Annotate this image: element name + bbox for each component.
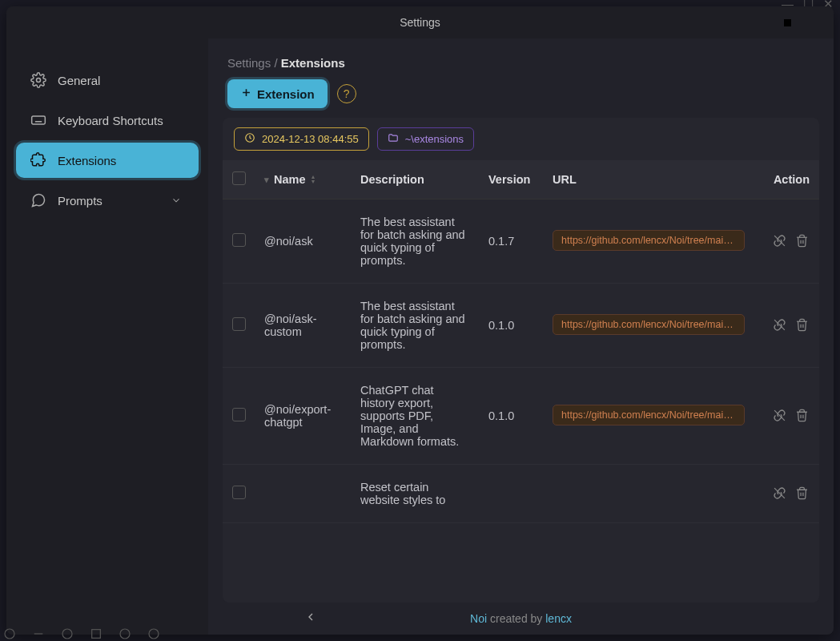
gear-icon bbox=[30, 72, 46, 88]
sort-icon[interactable]: ▲▼ bbox=[311, 175, 316, 184]
sidebar-item-extensions[interactable]: Extensions bbox=[16, 143, 199, 178]
trash-icon[interactable] bbox=[795, 234, 810, 248]
cell-version: 0.1.7 bbox=[479, 200, 543, 284]
sidebar: General Keyboard Shortcuts Extensions Pr… bbox=[6, 38, 208, 635]
sidebar-item-prompts[interactable]: Prompts bbox=[16, 183, 199, 218]
cell-name bbox=[255, 465, 351, 523]
svg-point-19 bbox=[62, 629, 72, 639]
sidebar-item-label: General bbox=[58, 74, 100, 87]
breadcrumb-root[interactable]: Settings bbox=[227, 56, 271, 70]
path-value: ~\extensions bbox=[405, 133, 464, 145]
url-link[interactable]: https://github.com/lencx/Noi/tree/main..… bbox=[553, 405, 745, 425]
maximize-button[interactable] bbox=[776, 11, 798, 34]
bg-status-icon[interactable] bbox=[61, 627, 74, 641]
footer-brand[interactable]: Noi bbox=[470, 612, 487, 625]
bg-status-icon[interactable] bbox=[32, 627, 45, 641]
folder-icon bbox=[388, 132, 399, 146]
svg-point-18 bbox=[5, 629, 14, 639]
table-row: @noi/ask-custom The best assistant for b… bbox=[223, 284, 819, 368]
svg-rect-1 bbox=[784, 19, 791, 26]
row-checkbox[interactable] bbox=[232, 486, 246, 499]
minimize-button[interactable] bbox=[747, 11, 770, 34]
table-row: @noi/export-chatgpt ChatGPT chat history… bbox=[223, 368, 819, 465]
sidebar-item-keyboard[interactable]: Keyboard Shortcuts bbox=[16, 103, 199, 138]
svg-rect-5 bbox=[32, 116, 46, 124]
plus-icon bbox=[240, 87, 252, 101]
svg-point-4 bbox=[37, 79, 41, 83]
help-button[interactable]: ? bbox=[337, 84, 356, 103]
puzzle-icon bbox=[30, 152, 46, 168]
select-all-checkbox[interactable] bbox=[232, 171, 246, 185]
bg-status-icon[interactable] bbox=[119, 627, 131, 641]
clock-icon bbox=[244, 132, 255, 146]
chat-icon bbox=[30, 192, 46, 208]
footer-author[interactable]: lencx bbox=[545, 612, 572, 625]
sidebar-item-label: Prompts bbox=[58, 194, 102, 208]
cell-version: 0.1.0 bbox=[479, 284, 543, 368]
chevron-down-icon[interactable]: ▾ bbox=[264, 175, 269, 185]
svg-point-21 bbox=[120, 629, 130, 639]
chevron-down-icon bbox=[168, 192, 184, 208]
keyboard-icon bbox=[30, 112, 46, 128]
timestamp-value: 2024-12-13 08:44:55 bbox=[262, 133, 359, 145]
trash-icon[interactable] bbox=[795, 486, 810, 501]
svg-line-2 bbox=[813, 19, 819, 26]
unlink-icon[interactable] bbox=[773, 318, 787, 333]
url-link[interactable]: https://github.com/lencx/Noi/tree/main..… bbox=[553, 230, 745, 251]
cell-description: Reset certain website styles to bbox=[351, 465, 479, 523]
bg-status-icon[interactable] bbox=[147, 627, 160, 641]
svg-line-3 bbox=[813, 19, 819, 26]
close-button[interactable] bbox=[805, 11, 827, 34]
col-version-header[interactable]: Version bbox=[479, 160, 543, 200]
footer: Noi created by lencx bbox=[208, 603, 834, 635]
unlink-icon[interactable] bbox=[773, 409, 787, 423]
cell-description: ChatGPT chat history export, supports PD… bbox=[351, 368, 479, 465]
help-icon: ? bbox=[344, 87, 350, 100]
titlebar: Settings bbox=[6, 6, 834, 38]
add-extension-label: Extension bbox=[257, 87, 315, 101]
table-row: @noi/ask The best assistant for batch as… bbox=[223, 200, 819, 284]
sidebar-item-general[interactable]: General bbox=[16, 62, 199, 98]
cell-version bbox=[479, 465, 543, 523]
window-title: Settings bbox=[400, 16, 440, 29]
path-chip[interactable]: ~\extensions bbox=[377, 127, 474, 151]
unlink-icon[interactable] bbox=[773, 234, 787, 248]
svg-rect-20 bbox=[92, 630, 101, 639]
cell-version: 0.1.0 bbox=[479, 368, 543, 465]
col-description-header[interactable]: Description bbox=[351, 160, 479, 200]
add-extension-button[interactable]: Extension bbox=[227, 79, 328, 108]
svg-point-22 bbox=[149, 629, 159, 639]
row-checkbox[interactable] bbox=[232, 408, 246, 421]
timestamp-chip[interactable]: 2024-12-13 08:44:55 bbox=[234, 127, 369, 151]
breadcrumb-current: Extensions bbox=[281, 56, 345, 70]
bg-status-icon[interactable] bbox=[90, 627, 102, 641]
sidebar-item-label: Keyboard Shortcuts bbox=[58, 114, 163, 127]
row-checkbox[interactable] bbox=[232, 233, 246, 247]
extensions-panel: 2024-12-13 08:44:55 ~\extensions bbox=[223, 118, 819, 603]
cell-name: @noi/export-chatgpt bbox=[255, 368, 351, 465]
extensions-table: ▾ Name ▲▼ Description Version URL Action bbox=[223, 160, 819, 523]
col-name-header[interactable]: Name bbox=[274, 173, 306, 186]
cell-name: @noi/ask bbox=[255, 200, 351, 284]
breadcrumb: Settings / Extensions bbox=[227, 56, 814, 70]
settings-window: Settings General bbox=[6, 6, 834, 635]
sidebar-item-label: Extensions bbox=[58, 154, 116, 167]
main-content: Settings / Extensions Extension ? bbox=[208, 38, 834, 635]
table-row: Reset certain website styles to bbox=[223, 465, 819, 523]
back-button[interactable] bbox=[304, 611, 317, 627]
col-action-header: Action bbox=[757, 160, 819, 200]
url-link[interactable]: https://github.com/lencx/Noi/tree/main..… bbox=[553, 314, 745, 335]
trash-icon[interactable] bbox=[795, 409, 810, 423]
cell-name: @noi/ask-custom bbox=[255, 284, 351, 368]
bg-status-icon[interactable] bbox=[3, 627, 16, 641]
trash-icon[interactable] bbox=[795, 318, 810, 333]
cell-description: The best assistant for batch asking and … bbox=[351, 284, 479, 368]
row-checkbox[interactable] bbox=[232, 317, 246, 331]
unlink-icon[interactable] bbox=[773, 486, 787, 501]
col-url-header[interactable]: URL bbox=[543, 160, 757, 200]
cell-description: The best assistant for batch asking and … bbox=[351, 200, 479, 284]
